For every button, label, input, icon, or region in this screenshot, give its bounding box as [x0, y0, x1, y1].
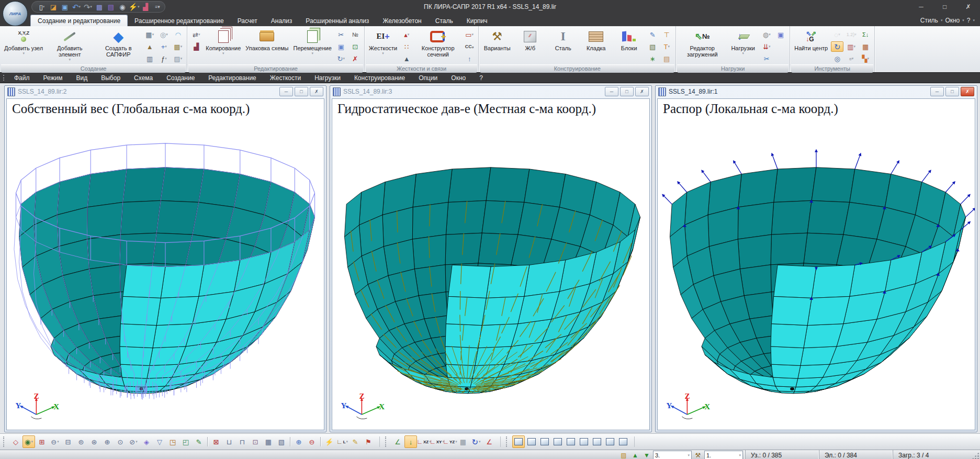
diagram-icon[interactable]: ▟	[190, 41, 202, 52]
mdi-window-3[interactable]: SSLS_14_89.lir:1─□✗Распор (Локальная с-м…	[655, 85, 977, 432]
surface-icon[interactable]: ◎▾	[157, 29, 170, 40]
mdi-restore-button[interactable]: □	[620, 87, 634, 96]
new-document-icon[interactable]: ▯▾	[37, 2, 47, 12]
select-frame-icon[interactable]: ⊞	[36, 435, 48, 448]
toolbar-drag-handle[interactable]	[506, 436, 509, 447]
pencil-icon[interactable]: ✎	[349, 435, 362, 448]
view-sphere-icon[interactable]	[617, 435, 629, 448]
добавить-элемент-button[interactable]: Добавить элемент▾	[46, 27, 93, 64]
axes-red-icon[interactable]: ∠	[483, 435, 495, 448]
space-frame-icon[interactable]: ▥	[143, 53, 156, 64]
tab-7[interactable]: Сталь	[429, 15, 460, 26]
menu-item-13[interactable]: ?	[472, 74, 490, 82]
proj-xy-icon[interactable]: ∟XY▾	[431, 435, 443, 448]
конструктор-сечений-button[interactable]: +Конструктор сечений	[414, 27, 461, 64]
view-left-icon[interactable]	[591, 435, 603, 448]
scissors-icon[interactable]: ✂	[335, 29, 347, 40]
grid-plane-icon[interactable]: ▦	[457, 435, 469, 448]
упаковка-схемы-button[interactable]: Упаковка схемы	[244, 27, 290, 64]
cc2-icon[interactable]: CC₂	[463, 41, 476, 52]
iso-view-icon[interactable]	[512, 435, 525, 448]
mdi-close-button[interactable]: ✗	[961, 87, 974, 96]
mdi-restore-button[interactable]: □	[945, 87, 959, 96]
menu-item-1[interactable]: Файл	[7, 74, 37, 82]
book-icon[interactable]: ▤	[106, 2, 116, 12]
table-download-icon[interactable]: ▦	[859, 41, 872, 52]
menu-item-10[interactable]: Конструирование	[347, 74, 412, 82]
magnifier-rotate-icon[interactable]: ◎	[831, 53, 843, 64]
add-pencil-icon[interactable]: ✎	[646, 29, 659, 40]
color-table-icon[interactable]: ▫▾	[845, 53, 858, 64]
mdi-window-titlebar[interactable]: SSLS_14_89.lir:3─□✗	[330, 86, 651, 97]
loadcase-down-icon[interactable]: ▼	[641, 451, 652, 459]
menu-item-11[interactable]: Опции	[412, 74, 444, 82]
select-horizontal-icon[interactable]: ⊜	[75, 435, 87, 448]
flag-icon[interactable]: ⚑	[362, 435, 375, 448]
mdi-close-button[interactable]: ✗	[635, 87, 649, 96]
resize-grip[interactable]	[972, 452, 979, 459]
rotate-model-icon[interactable]: ↻	[831, 41, 843, 52]
menu-item-3[interactable]: Вид	[70, 74, 95, 82]
delete-icon[interactable]: ✗	[349, 53, 362, 64]
save-icon[interactable]: ▣	[60, 2, 70, 12]
renumber-icon[interactable]: №	[349, 29, 362, 40]
создать-в-сапфир-button[interactable]: ◆Создать в САПФИР	[95, 27, 142, 64]
polygon-select-icon[interactable]: ◇	[9, 435, 22, 448]
formula-surface-icon[interactable]: ƒ▾	[157, 53, 170, 64]
rotate-view-icon[interactable]: ↻▾	[470, 435, 482, 448]
brush-icon[interactable]: ✎	[193, 435, 205, 448]
qat-overflow-icon[interactable]: ≡▾	[155, 4, 160, 9]
жесткости-button[interactable]: EI+Жесткости▾	[367, 27, 399, 64]
proj-xz-icon[interactable]: ∟XZ▾	[418, 435, 430, 448]
блоки-button[interactable]: Блоки	[613, 27, 645, 64]
loadcase-combo[interactable]: 3. ▾	[653, 451, 692, 459]
copy-loads-icon[interactable]: ▣	[774, 29, 787, 40]
view-side-icon[interactable]	[578, 435, 590, 448]
hatch-pen-icon[interactable]: ▧	[646, 41, 659, 52]
dimension-icon[interactable]: ∟L▾	[336, 435, 348, 448]
filter-icon[interactable]: ▽	[153, 435, 166, 448]
tab-2[interactable]: Расширенное редактирование	[128, 15, 231, 26]
ж-б-button[interactable]: ∕∕Ж/б	[514, 27, 546, 64]
rotate-copy-icon[interactable]: ↻▾	[335, 53, 347, 64]
menu-help[interactable]: ?	[966, 17, 972, 24]
mdi-minimize-button[interactable]: ─	[279, 87, 293, 96]
tab-1[interactable]: Создание и редактирование	[30, 15, 128, 26]
zoom-out-icon[interactable]: ⊖	[306, 435, 318, 448]
t-section-icon[interactable]: ⊤	[660, 29, 673, 40]
view-top-shift-icon[interactable]	[538, 435, 551, 448]
toolbar-drag-handle[interactable]	[385, 436, 388, 447]
jack-icon[interactable]: ↑	[463, 53, 476, 64]
tab-8[interactable]: Кирпич	[460, 15, 494, 26]
frame-select-icon[interactable]: ⊡	[349, 41, 362, 52]
distributed-load-icon[interactable]: ⇊▾	[760, 41, 773, 52]
tab-3[interactable]: Расчет	[231, 15, 264, 26]
view-select-icon[interactable]	[565, 435, 577, 448]
menu-item-9[interactable]: Нагрузки	[308, 74, 347, 82]
frame-3d-icon[interactable]: ▧	[275, 435, 288, 448]
tab-4[interactable]: Анализ	[264, 15, 299, 26]
menu-item-6[interactable]: Создание	[160, 74, 201, 82]
loadcase-edit-icon[interactable]: ▨	[618, 451, 629, 459]
chart-icon[interactable]: ▟	[140, 2, 151, 12]
axes-general-icon[interactable]: ∠	[391, 435, 404, 448]
supports-icon[interactable]: ▴▾	[400, 29, 413, 40]
pack-results-icon[interactable]: ◈	[140, 435, 153, 448]
node-operation-icon[interactable]: +▾	[157, 41, 170, 52]
frame-grid-icon[interactable]: ▦	[262, 435, 275, 448]
mesh-icon[interactable]: ▩▾	[172, 41, 184, 52]
triangulation-icon[interactable]: ▨▾	[172, 53, 184, 64]
mdi-minimize-button[interactable]: ─	[605, 87, 618, 96]
hinges-icon[interactable]: ∷	[400, 41, 413, 52]
truss-x-icon[interactable]: ⊠	[210, 435, 222, 448]
undo-icon[interactable]: ↶▾	[71, 2, 82, 12]
open-icon[interactable]: ◪	[48, 2, 59, 12]
mdi-window-1[interactable]: SSLS_14_89.lir:2─□✗Собственный вес (Глоб…	[4, 85, 326, 432]
maximize-button[interactable]: □	[933, 0, 956, 14]
select-mode-icon[interactable]: ◉▾	[22, 435, 35, 448]
sum-loads-icon[interactable]: Σ↓	[859, 29, 872, 40]
tab-6[interactable]: Железобетон	[376, 15, 428, 26]
mdi-window-titlebar[interactable]: SSLS_14_89.lir:2─□✗	[5, 86, 326, 97]
view-front-icon[interactable]	[551, 435, 564, 448]
tab-5[interactable]: Расширенный анализ	[299, 15, 376, 26]
